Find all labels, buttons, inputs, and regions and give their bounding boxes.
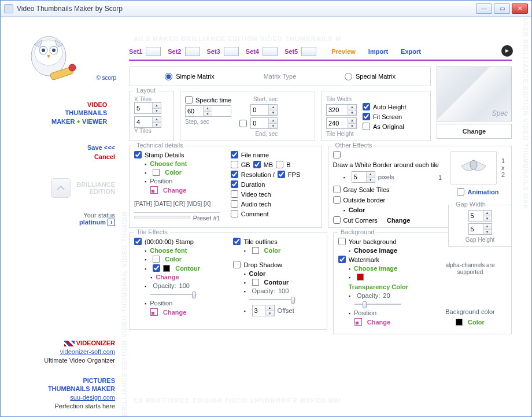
- filename-checkbox[interactable]: [231, 151, 238, 158]
- tile-choosefont-link[interactable]: Choose font: [145, 247, 223, 254]
- tilewidth-spinner[interactable]: ▲▼: [326, 104, 357, 116]
- fps-checkbox[interactable]: [278, 171, 285, 178]
- resolution-checkbox[interactable]: [231, 171, 238, 178]
- asoriginal-option[interactable]: As Original: [363, 123, 406, 130]
- preset-slider[interactable]: [134, 216, 190, 219]
- tab-set3[interactable]: Set3: [207, 48, 220, 55]
- save-button[interactable]: Save <<<: [87, 143, 115, 153]
- step-input[interactable]: [186, 106, 203, 116]
- contour-link[interactable]: Contour: [175, 265, 200, 272]
- gapwidth-spinner[interactable]: ▲▼: [468, 210, 492, 222]
- grayscale-option[interactable]: Gray Scale Tiles: [333, 186, 443, 193]
- xtiles-input[interactable]: [135, 103, 152, 113]
- tech-choosefont-link[interactable]: Choose font: [145, 160, 220, 167]
- tab-set5[interactable]: Set5: [285, 48, 298, 55]
- comment-checkbox[interactable]: [231, 210, 238, 217]
- duration-option[interactable]: Duration: [231, 180, 317, 188]
- wm-chooseimage-link[interactable]: Choose image: [349, 265, 426, 272]
- ds-contour-link[interactable]: Contour: [264, 279, 289, 286]
- videotech-option[interactable]: Video tech: [231, 190, 317, 198]
- contour-swatch[interactable]: [163, 265, 170, 272]
- status-info-button[interactable]: i: [108, 219, 115, 226]
- transp-swatch[interactable]: [357, 274, 364, 281]
- ds-contour-swatch[interactable]: [252, 279, 259, 286]
- tileheight-input[interactable]: [327, 118, 348, 128]
- tab-import[interactable]: Import: [368, 48, 388, 55]
- watermark-checkbox[interactable]: [338, 256, 346, 263]
- start-input[interactable]: [251, 105, 268, 115]
- outside-color-link[interactable]: Color: [343, 206, 443, 213]
- gapwidth-input[interactable]: [469, 211, 483, 221]
- upgrade-button[interactable]: [51, 178, 71, 198]
- fitscreen-checkbox[interactable]: [363, 113, 370, 120]
- gapheight-input[interactable]: [469, 224, 483, 234]
- cutcorners-change[interactable]: Change: [387, 217, 410, 224]
- stamp-details-option[interactable]: Stamp Details: [134, 151, 220, 158]
- dropshadow-checkbox[interactable]: [233, 261, 241, 268]
- tileheight-spinner[interactable]: ▲▼: [326, 117, 357, 129]
- outlines-color-link[interactable]: Color: [264, 247, 281, 254]
- up-arrow-icon[interactable]: ▲: [153, 103, 161, 109]
- down-arrow-icon[interactable]: ▼: [153, 109, 161, 114]
- ptm-link[interactable]: suu-design.com: [48, 393, 115, 402]
- timestamp-option[interactable]: (00:00:00) Stamp: [134, 238, 223, 245]
- ytiles-spinner[interactable]: ▲▼: [134, 116, 161, 128]
- grayscale-checkbox[interactable]: [333, 186, 341, 193]
- close-button[interactable]: ✕: [512, 3, 528, 14]
- outlines-color-swatch[interactable]: [252, 247, 259, 254]
- b-checkbox[interactable]: [276, 161, 283, 168]
- borderpx-spinner[interactable]: ▲▼: [352, 171, 375, 183]
- tile-change-link[interactable]: Change: [150, 274, 223, 281]
- tab-set4[interactable]: Set4: [246, 48, 259, 55]
- bg-chooseimage-link[interactable]: Choose image: [349, 247, 426, 254]
- bgcolor-swatch[interactable]: [456, 319, 463, 326]
- autoheight-checkbox[interactable]: [363, 103, 370, 110]
- end-enable-checkbox[interactable]: [239, 120, 247, 127]
- maximize-button[interactable]: ▭: [494, 3, 510, 14]
- outsideborder-option[interactable]: Outside border: [333, 196, 443, 204]
- animation-link[interactable]: Animation: [468, 189, 499, 195]
- specific-time-checkbox[interactable]: [185, 96, 193, 104]
- tile-color-swatch[interactable]: [153, 256, 160, 263]
- videotech-checkbox[interactable]: [231, 190, 238, 198]
- step-spinner[interactable]: ▲▼: [185, 105, 231, 117]
- go-button[interactable]: [501, 45, 513, 57]
- tech-color-link[interactable]: Color: [165, 169, 182, 176]
- audiotech-option[interactable]: Audio tech: [231, 200, 317, 208]
- bgcolor-link[interactable]: Color: [468, 319, 485, 326]
- outsideborder-checkbox[interactable]: [333, 196, 341, 204]
- whiteborder-option[interactable]: Draw a White Border around each tile: [333, 151, 443, 168]
- tech-position-change[interactable]: Change: [163, 187, 186, 194]
- watermark-option[interactable]: Watermark: [338, 256, 426, 263]
- tilewidth-input[interactable]: [327, 105, 348, 115]
- borderpx-input[interactable]: [352, 172, 366, 182]
- minimize-button[interactable]: —: [476, 3, 492, 14]
- tab-preview[interactable]: Preview: [331, 48, 356, 55]
- end-spinner[interactable]: ▲▼: [250, 117, 278, 129]
- yourbg-option[interactable]: Your background: [338, 238, 426, 245]
- simple-matrix-radio[interactable]: [165, 73, 172, 80]
- ytiles-input[interactable]: [135, 117, 152, 127]
- tile-position-change[interactable]: Change: [163, 309, 186, 316]
- contour-checkbox[interactable]: [153, 264, 160, 272]
- thumb-set4[interactable]: [263, 47, 278, 56]
- start-spinner[interactable]: ▲▼: [250, 104, 278, 116]
- offset-input[interactable]: [253, 305, 265, 316]
- tile-color-link[interactable]: Color: [165, 256, 182, 263]
- ds-color-link[interactable]: Color: [243, 270, 322, 277]
- stamp-details-checkbox[interactable]: [134, 151, 142, 158]
- transp-link[interactable]: Transparency Color: [349, 283, 408, 290]
- specific-time-option[interactable]: Specific time: [185, 96, 231, 104]
- preview-change-button[interactable]: Change: [437, 124, 512, 139]
- gb-checkbox[interactable]: [231, 161, 238, 168]
- tech-color-swatch[interactable]: [153, 169, 160, 176]
- thumb-set2[interactable]: [185, 47, 200, 56]
- offset-spinner[interactable]: ▲▼: [252, 305, 275, 316]
- dropshadow-option[interactable]: Drop Shadow: [233, 261, 322, 268]
- videonizer-link[interactable]: videonizer-soft.com: [44, 348, 115, 356]
- thumb-set1[interactable]: [146, 47, 161, 56]
- thumb-set3[interactable]: [224, 47, 239, 56]
- simple-matrix-option[interactable]: Simple Matrix: [134, 73, 245, 80]
- animation-checkbox[interactable]: [457, 188, 464, 195]
- timestamp-checkbox[interactable]: [134, 238, 142, 245]
